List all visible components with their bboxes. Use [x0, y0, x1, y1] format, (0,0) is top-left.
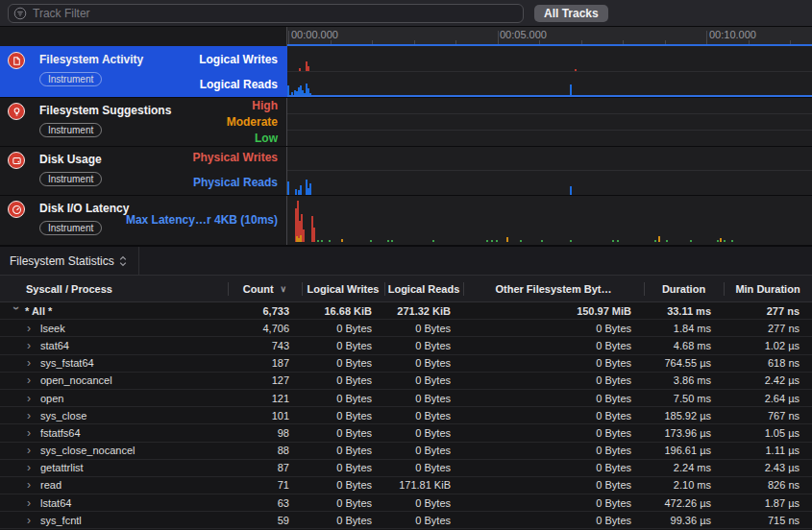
timeline-ruler[interactable]: 00:00.00000:05.00000:10.000: [287, 27, 812, 46]
table-row-fstatfs64[interactable]: ›fstatfs64980 Bytes0 Bytes0 Bytes173.96 …: [0, 424, 812, 442]
disclosure-chevron-icon[interactable]: ›: [12, 306, 21, 316]
syscall-cell: ›sys_fcntl: [0, 515, 228, 526]
latency-low-spike: [520, 240, 522, 242]
track-filter-input[interactable]: [27, 7, 523, 20]
detail-view-selector[interactable]: Filesystem Statistics: [0, 247, 138, 275]
column-header-duration[interactable]: Duration: [644, 276, 724, 301]
value-cell: 2.43 µs: [724, 462, 812, 473]
value-cell: 0 Bytes: [302, 323, 384, 334]
table-row-lseek[interactable]: ›lseek4,7060 Bytes0 Bytes0 Bytes1.84 ms2…: [0, 320, 812, 337]
value-cell: 33.11 ms: [644, 305, 724, 317]
column-header-min-duration[interactable]: Min Duration: [724, 276, 812, 301]
series-label: Logical Writes: [199, 53, 278, 66]
table-row-stat64[interactable]: ›stat647430 Bytes0 Bytes0 Bytes4.68 ms1.…: [0, 337, 812, 354]
chart-row-separator: [287, 113, 812, 114]
value-cell: 0 Bytes: [302, 479, 384, 491]
disclosure-chevron-icon[interactable]: ›: [27, 446, 37, 455]
table-row-sys-close[interactable]: ›sys_close1010 Bytes0 Bytes0 Bytes185.92…: [0, 407, 812, 424]
series-label: Logical Reads: [200, 78, 278, 91]
value-cell: 127: [228, 374, 302, 386]
disclosure-chevron-icon[interactable]: ›: [27, 394, 37, 403]
table-row--all-[interactable]: ›* All *6,73316.68 KiB271.32 KiB150.97 M…: [0, 302, 812, 320]
latency-moderate-spike: [506, 237, 508, 242]
disclosure-chevron-icon[interactable]: ›: [27, 428, 37, 438]
series-label: Moderate: [227, 115, 278, 129]
value-cell: 0 Bytes: [302, 393, 384, 404]
syscall-name: getattrlist: [40, 462, 84, 473]
table-row-sys-close-nocancel[interactable]: ›sys_close_nocancel880 Bytes0 Bytes0 Byt…: [0, 443, 812, 460]
value-cell: 0 Bytes: [384, 374, 463, 386]
latency-moderate-spike: [300, 235, 302, 242]
latency-low-spike: [486, 240, 488, 242]
series-label: Max Latency…r 4KB (10ms): [126, 213, 278, 227]
table-header: Syscall / ProcessCount∨Logical WritesLog…: [0, 276, 812, 302]
value-cell: 767 ns: [724, 410, 812, 422]
track-header-disk-i-o-latency[interactable]: Disk I/O LatencyInstrumentMax Latency…r …: [0, 195, 287, 245]
syscall-name: lseek: [40, 323, 65, 334]
table-row-getattrlist[interactable]: ›getattrlist870 Bytes0 Bytes0 Bytes2.24 …: [0, 460, 812, 477]
disclosure-chevron-icon[interactable]: ›: [27, 463, 37, 472]
track-chart-filesystem-suggestions[interactable]: [287, 97, 812, 146]
track-header-filesystem-suggestions[interactable]: Filesystem SuggestionsInstrumentHighMode…: [0, 97, 287, 146]
value-cell: 187: [228, 357, 302, 369]
table-row-sys-fcntl[interactable]: ›sys_fcntl590 Bytes0 Bytes0 Bytes99.36 µ…: [0, 512, 812, 529]
track-header-filesystem-activity[interactable]: Filesystem ActivityInstrumentLogical Wri…: [0, 46, 287, 97]
physical-reads-spike: [309, 183, 311, 195]
latency-low-spike: [690, 240, 692, 242]
value-cell: 0 Bytes: [463, 323, 644, 334]
disclosure-chevron-icon[interactable]: ›: [27, 341, 37, 350]
track-filter[interactable]: [8, 4, 524, 23]
syscall-name: sys_close_nocancel: [40, 445, 135, 456]
column-header-logical-reads[interactable]: Logical Reads: [384, 276, 463, 301]
value-cell: 4.68 ms: [644, 340, 724, 351]
value-cell: 171.81 KiB: [384, 479, 463, 491]
value-cell: 0 Bytes: [302, 374, 384, 386]
value-cell: 0 Bytes: [302, 357, 384, 369]
latency-low-spike: [570, 240, 572, 242]
disclosure-chevron-icon[interactable]: ›: [27, 498, 37, 508]
syscall-cell: ›sys_fstat64: [0, 357, 228, 369]
value-cell: 0 Bytes: [384, 515, 463, 526]
value-cell: 0 Bytes: [463, 410, 644, 422]
value-cell: 1.84 ms: [644, 323, 724, 334]
lightbulb-icon: [8, 103, 25, 120]
value-cell: 2.42 µs: [724, 374, 812, 386]
detail-toolbar: Filesystem Statistics: [0, 247, 812, 276]
column-header-label: Duration: [662, 283, 705, 295]
latency-low-spike: [329, 240, 331, 242]
track-header-disk-usage[interactable]: Disk UsageInstrumentPhysical WritesPhysi…: [0, 146, 287, 195]
ruler-minor-tick: [749, 40, 750, 44]
column-header-label: Logical Reads: [388, 283, 460, 295]
all-tracks-button[interactable]: All Tracks: [534, 5, 608, 22]
latency-moderate-spike: [658, 236, 660, 242]
latency-low-spike: [666, 240, 668, 242]
disclosure-chevron-icon[interactable]: ›: [27, 358, 37, 368]
value-cell: 121: [228, 393, 302, 404]
syscall-name: stat64: [40, 340, 69, 351]
value-cell: 6,733: [228, 305, 302, 317]
value-cell: 0 Bytes: [384, 323, 463, 334]
disclosure-chevron-icon[interactable]: ›: [27, 324, 37, 333]
column-header-count[interactable]: Count∨: [228, 276, 302, 301]
instrument-badge: Instrument: [39, 123, 102, 137]
value-cell: 150.97 MiB: [463, 305, 644, 317]
disclosure-chevron-icon[interactable]: ›: [27, 480, 37, 490]
table-row-open-nocancel[interactable]: ›open_nocancel1270 Bytes0 Bytes0 Bytes3.…: [0, 373, 812, 390]
table-row-read[interactable]: ›read710 Bytes171.81 KiB0 Bytes2.10 ms82…: [0, 477, 812, 494]
value-cell: 3.86 ms: [644, 374, 724, 386]
disclosure-chevron-icon[interactable]: ›: [27, 411, 37, 421]
latency-low-spike: [541, 240, 543, 242]
table-row-lstat64[interactable]: ›lstat64630 Bytes0 Bytes0 Bytes472.26 µs…: [0, 494, 812, 512]
table-row-sys-fstat64[interactable]: ›sys_fstat641870 Bytes0 Bytes0 Bytes764.…: [0, 355, 812, 373]
disk-icon: [8, 152, 25, 169]
value-cell: 0 Bytes: [384, 445, 463, 456]
disclosure-chevron-icon[interactable]: ›: [27, 516, 37, 525]
disclosure-chevron-icon[interactable]: ›: [27, 375, 37, 385]
column-header-logical-writes[interactable]: Logical Writes: [302, 276, 384, 301]
value-cell: 0 Bytes: [463, 427, 644, 439]
table-row-open[interactable]: ›open1210 Bytes0 Bytes0 Bytes7.50 ms2.64…: [0, 390, 812, 407]
track-chart-disk-i-o-latency[interactable]: [287, 195, 812, 245]
column-header-syscall-process[interactable]: Syscall / Process: [0, 276, 228, 301]
value-cell: 0 Bytes: [384, 427, 463, 439]
column-header-other-filesystem-byt-[interactable]: Other Filesystem Byt…: [463, 276, 644, 301]
